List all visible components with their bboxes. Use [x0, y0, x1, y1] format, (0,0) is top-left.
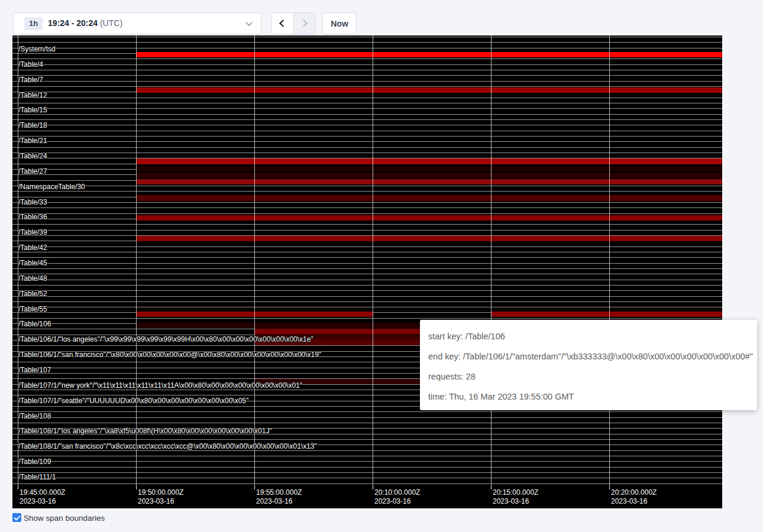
- span-boundary-line: [12, 246, 722, 247]
- axis-label-date: 2023-03-16: [138, 497, 174, 505]
- span-boundary-line: [12, 280, 722, 280]
- row-label: /Table/107/1/"seattle"/"UUUUUUD\x00\x80\…: [18, 397, 248, 405]
- span-boundary-line: [12, 191, 722, 192]
- span-boundary-line: [12, 59, 722, 59]
- span-boundary-line: [12, 224, 722, 225]
- row-label: /Table/106/1/"san francisco"/"\x80\x00\x…: [18, 351, 321, 359]
- tooltip-start-key: start key: /Table/106: [428, 326, 749, 346]
- row-label: /System/tsd: [18, 45, 56, 53]
- row-label: /NamespaceTable/30: [18, 183, 85, 191]
- span-boundary-line: [12, 456, 722, 456]
- time-range-text: 19:24 - 20:24 (UTC): [48, 18, 122, 28]
- row-label: /Table/111/1: [18, 473, 56, 481]
- row-label: /Table/109: [18, 458, 51, 466]
- row-label: /Table/48: [18, 274, 47, 283]
- show-span-boundaries-checkbox[interactable]: [12, 513, 21, 522]
- row-label: /Table/39: [18, 228, 47, 236]
- span-boundary-line: [12, 48, 722, 48]
- row-label: /Table/27: [18, 167, 47, 176]
- row-label: /Table/52: [18, 290, 47, 298]
- axis-tick: [18, 486, 18, 489]
- heat-band[interactable]: [136, 166, 722, 171]
- span-boundary-line: [12, 70, 722, 70]
- chevron-left-icon: [280, 20, 287, 27]
- span-boundary-line: [12, 290, 722, 291]
- span-boundary-line: [12, 81, 722, 82]
- span-boundary-line: [12, 37, 722, 37]
- heat-band[interactable]: [136, 215, 722, 220]
- row-label: /Table/106: [18, 320, 51, 328]
- span-boundary-line: [12, 114, 722, 115]
- heat-band[interactable]: [136, 87, 722, 93]
- row-label: /Table/108/1/"los angeles"/"\xa8\xf5\u00…: [18, 427, 272, 435]
- row-label: /Table/108/1/"san francisco"/"\x8c\xcc\x…: [18, 442, 317, 450]
- span-boundary-line: [12, 42, 722, 43]
- axis-label-date: 2023-03-16: [256, 497, 292, 505]
- heat-band[interactable]: [136, 236, 722, 241]
- show-span-boundaries-label: Show span boundaries: [24, 514, 105, 523]
- prev-time-button[interactable]: [271, 13, 293, 34]
- heat-band[interactable]: [136, 173, 722, 179]
- axis-label-date: 2023-03-16: [493, 497, 529, 505]
- span-boundary-line: [12, 307, 722, 307]
- span-boundary-line: [12, 125, 722, 125]
- span-boundary-line: [12, 64, 722, 65]
- chevron-down-icon: [245, 19, 252, 25]
- span-boundary-line: [12, 108, 722, 109]
- now-button[interactable]: Now: [322, 12, 357, 34]
- span-boundary-line: [12, 230, 722, 231]
- span-boundary-line: [12, 147, 722, 148]
- span-boundary-line: [12, 263, 722, 264]
- time-range-value: 19:24 - 20:24: [48, 18, 98, 28]
- heat-band[interactable]: [491, 312, 722, 317]
- axis-label-time: 19:45:00.000Z: [20, 488, 65, 497]
- axis-tick: [609, 486, 610, 489]
- span-boundary-line: [12, 141, 722, 142]
- span-boundary-line: [12, 202, 722, 203]
- row-label: /Table/15: [18, 106, 47, 114]
- span-boundary-line: [12, 103, 722, 103]
- time-gridline: [136, 35, 137, 486]
- span-boundary-line: [12, 467, 722, 468]
- span-boundary-line: [12, 186, 722, 186]
- span-boundary-line: [12, 153, 722, 153]
- key-visualizer-heatmap[interactable]: 19:45:00.000Z2023-03-1619:50:00.000Z2023…: [12, 35, 722, 508]
- axis-label-time: 20:10:00.000Z: [374, 488, 420, 497]
- axis-tick: [254, 486, 255, 489]
- key-visualizer-page: 1h 19:24 - 20:24 (UTC) Now 19:45:00.000Z…: [0, 0, 763, 532]
- time-zone-label: (UTC): [100, 18, 122, 28]
- axis-label-date: 2023-03-16: [20, 497, 56, 505]
- time-gridline: [373, 35, 373, 486]
- span-boundary-line: [12, 268, 722, 269]
- span-boundary-line: [12, 257, 722, 258]
- span-boundary-line: [12, 75, 722, 76]
- axis-label-time: 20:15:00.000Z: [493, 488, 538, 497]
- row-label: /Table/108: [18, 412, 51, 420]
- heat-band[interactable]: [136, 195, 722, 201]
- span-boundary-line: [12, 252, 722, 252]
- time-gridline: [254, 35, 255, 486]
- heat-band[interactable]: [136, 179, 722, 184]
- span-boundary-line: [12, 423, 722, 423]
- span-boundary-line: [12, 417, 722, 418]
- axis-label-date: 2023-03-16: [611, 497, 647, 505]
- row-label: /Table/24: [18, 152, 47, 160]
- time-range-select[interactable]: 1h 19:24 - 20:24 (UTC): [13, 12, 261, 34]
- row-label: /Table/4: [18, 60, 43, 69]
- hover-tooltip: start key: /Table/106 end key: /Table/10…: [420, 320, 757, 410]
- axis-label-time: 19:55:00.000Z: [256, 488, 302, 497]
- span-boundary-line: [12, 439, 722, 440]
- chevron-right-icon: [300, 20, 308, 27]
- heat-band[interactable]: [136, 158, 722, 164]
- tooltip-requests: requests: 28: [428, 366, 749, 387]
- row-label: /Table/18: [18, 121, 47, 129]
- span-boundary-line: [12, 472, 722, 473]
- axis-label-time: 19:50:00.000Z: [138, 488, 183, 497]
- next-time-button[interactable]: [293, 13, 315, 34]
- row-label: /Table/107: [18, 366, 51, 374]
- heat-band[interactable]: [136, 52, 722, 57]
- time-gridline: [609, 35, 610, 486]
- axis-tick: [136, 486, 137, 489]
- span-boundary-line: [12, 213, 722, 214]
- span-boundary-line: [12, 411, 722, 412]
